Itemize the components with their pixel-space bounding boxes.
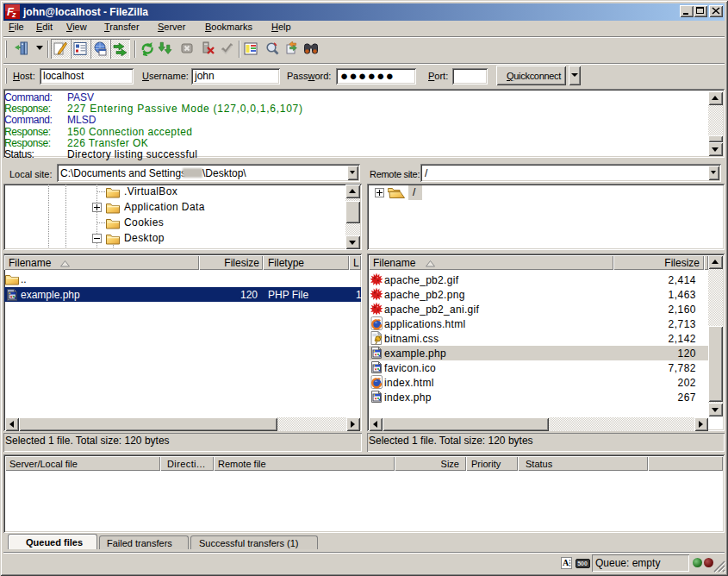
svg-text:z: z xyxy=(11,10,16,19)
svg-text:A: A xyxy=(563,558,569,567)
svg-text:500: 500 xyxy=(577,560,588,567)
